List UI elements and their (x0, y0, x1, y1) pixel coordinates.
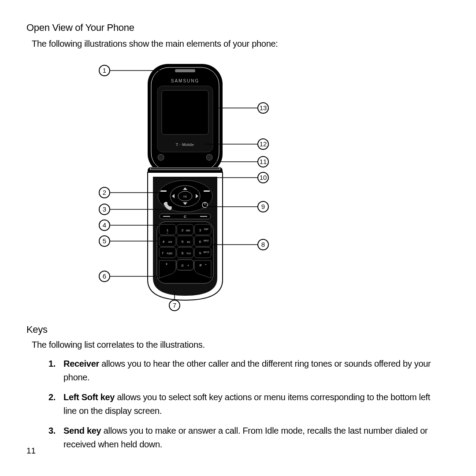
svg-rect-17 (204, 190, 210, 192)
svg-text:10: 10 (260, 174, 267, 181)
list-item-number: 1. (40, 357, 63, 384)
svg-text:#: # (199, 263, 201, 268)
section-title-open-view: Open View of Your Phone (26, 22, 450, 33)
svg-rect-2 (175, 69, 195, 72)
svg-text:3: 3 (199, 228, 201, 232)
list-item: 3. Send key allows you to make or answer… (40, 424, 444, 451)
svg-text:3: 3 (103, 205, 106, 213)
phone-bottom-body: OK C (148, 172, 223, 300)
svg-text:7: 7 (162, 251, 164, 255)
phone-brand-label: SAMSUNG (171, 78, 200, 83)
list-item-desc: Receiver allows you to hear the other ca… (63, 357, 444, 384)
phone-diagram-wrap: SAMSUNG T · ·Mobile· (26, 60, 450, 315)
svg-text:5: 5 (103, 237, 106, 245)
list-item: 2. Left Soft key allows you to select so… (40, 390, 444, 418)
svg-text:6: 6 (103, 272, 106, 280)
svg-rect-45 (177, 247, 193, 258)
svg-rect-36 (177, 236, 193, 246)
svg-text:8: 8 (182, 251, 184, 255)
svg-rect-16 (160, 190, 167, 192)
svg-rect-22 (200, 216, 207, 217)
svg-text:7: 7 (173, 301, 176, 309)
svg-text:TUV: TUV (186, 252, 191, 255)
svg-text:MNO: MNO (204, 239, 209, 242)
svg-text:∞: ∞ (167, 232, 168, 234)
svg-text:2: 2 (182, 228, 184, 232)
svg-text:+: + (187, 264, 189, 267)
svg-text:8: 8 (261, 241, 265, 248)
svg-point-5 (158, 154, 164, 160)
svg-text:*: * (166, 263, 167, 268)
svg-text:12: 12 (260, 140, 267, 148)
list-item-desc: Send key allows you to make or answer a … (63, 424, 444, 451)
clear-key-label: C (184, 215, 186, 219)
svg-text:13: 13 (260, 104, 267, 112)
svg-text:9: 9 (199, 251, 201, 255)
svg-text:6: 6 (199, 240, 201, 244)
list-item: 1. Receiver allows you to hear the other… (40, 357, 444, 384)
svg-text:JKL: JKL (187, 241, 191, 243)
svg-text:4: 4 (163, 240, 165, 244)
list-item-number: 2. (40, 390, 63, 418)
keys-list: 1. Receiver allows you to hear the other… (26, 357, 450, 451)
svg-rect-21 (163, 216, 170, 217)
svg-rect-33 (159, 236, 176, 246)
svg-text:↵: ↵ (205, 263, 207, 266)
svg-text:DEF: DEF (204, 228, 208, 231)
svg-text:ABC: ABC (186, 229, 191, 232)
list-item-number: 3. (40, 424, 63, 451)
svg-text:0: 0 (182, 264, 184, 268)
phone-diagram: SAMSUNG T · ·Mobile· (73, 60, 284, 315)
list-item-desc: Left Soft key allows you to select soft … (63, 390, 444, 418)
svg-text:11: 11 (260, 158, 267, 165)
svg-rect-52 (177, 260, 193, 270)
svg-text:WXYZ: WXYZ (204, 251, 209, 253)
svg-point-6 (206, 154, 212, 160)
svg-text:GHI: GHI (168, 241, 172, 243)
svg-text:5: 5 (182, 240, 184, 244)
svg-text:9: 9 (261, 203, 265, 210)
intro-keys: The following list correlates to the ill… (32, 340, 450, 350)
phone-carrier-label: T · ·Mobile· (176, 142, 195, 147)
section-title-keys: Keys (26, 324, 450, 335)
svg-text:4: 4 (103, 221, 106, 229)
ok-key-label: OK (183, 195, 187, 198)
svg-rect-27 (177, 224, 193, 235)
phone-top-flip: SAMSUNG T · ·Mobile· (148, 64, 223, 174)
svg-text:2: 2 (103, 189, 106, 196)
svg-rect-4 (162, 90, 208, 134)
svg-rect-30 (194, 224, 211, 235)
intro-open-view: The following illustrations show the mai… (32, 39, 450, 49)
svg-text:1: 1 (103, 67, 106, 74)
svg-rect-8 (150, 168, 220, 170)
svg-text:PQRS: PQRS (167, 253, 173, 255)
page-number: 11 (26, 446, 36, 456)
